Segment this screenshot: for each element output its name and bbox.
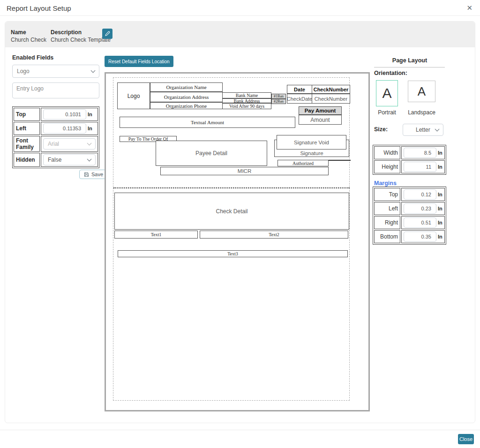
font-family-select[interactable]: Arial [43,138,96,149]
page-layout-divider [374,67,445,67]
field-date-header[interactable]: Date [287,85,312,94]
margin-right-input[interactable] [404,217,436,228]
field-organization-name[interactable]: Organization Name [150,82,223,92]
font-family-label: Font Family [14,136,40,152]
margin-top-input[interactable] [404,189,436,200]
table-row: Top In [374,188,445,201]
margin-bottom-input[interactable] [404,231,436,242]
hidden-label: Hidden [14,153,40,167]
height-unit: In [438,164,442,170]
margin-left-input[interactable] [404,203,436,214]
enabled-field-select[interactable]: Logo [12,65,99,78]
close-button[interactable]: Close [458,434,474,444]
field-checknumber[interactable]: CheckNumber [312,94,350,104]
main-panel: Name Church Check Description Church Che… [5,21,475,423]
margin-right-label: Right [374,216,400,229]
name-group: Name Church Check [11,29,46,43]
table-row: Hidden False [14,153,98,167]
orientation-landscape-option[interactable]: A [408,81,435,102]
check-stub-separator [113,187,350,188]
width-unit: In [438,150,442,156]
footer-divider [0,430,480,430]
field-micr[interactable]: MICR [160,167,329,175]
field-authorized[interactable]: Authorized [278,160,329,166]
field-text1[interactable]: Text1 [114,231,198,239]
width-input[interactable] [404,148,436,158]
field-ban1[interactable]: #1Ban [271,94,286,99]
title-divider [0,15,480,16]
top-input[interactable] [43,109,86,119]
description-label: Description [51,29,111,36]
description-group: Description Church Check Template [51,29,111,43]
size-select[interactable]: Letter [403,124,443,136]
table-row: Top In [14,108,98,121]
top-label: Top [14,108,40,121]
chevron-down-icon [87,157,92,162]
description-value: Church Check Template [51,37,111,43]
margins-title: Margins [374,180,397,187]
field-logo[interactable]: Logo [117,82,150,109]
reset-default-fields-button[interactable]: Reset Default Fields Location [105,56,173,67]
field-organization-address[interactable]: Organization Address [150,92,223,102]
margin-right-unit: In [438,220,442,225]
field-payee-detail[interactable]: Payee Detail [156,141,267,166]
size-select-value: Letter [416,127,430,133]
landscape-label: Landspace [403,109,440,116]
enabled-fields-label: Enabled Fields [12,54,99,61]
enabled-field-select-value: Logo [17,68,30,75]
margin-left-label: Left [374,202,400,215]
edit-name-description-button[interactable] [102,29,112,39]
page-title: Report Layout Setup [7,4,71,12]
field-organization-phone[interactable]: Organization Phone [150,102,223,109]
field-checkdate[interactable]: CheckDate [287,94,312,104]
page-layout-title: Page Layout [375,57,445,64]
field-textual-amount[interactable]: Textual Amount [120,117,295,128]
field-text2[interactable]: Text2 [200,231,348,239]
field-bank-address[interactable]: Bank Address [222,98,271,103]
chevron-down-icon [91,68,96,73]
field-check-detail[interactable]: Check Detail [114,193,349,230]
field-amount[interactable]: Amount [299,115,342,125]
height-input[interactable] [404,162,436,172]
floppy-icon [84,172,89,177]
field-text3[interactable]: Text3 [118,250,348,257]
height-label: Height [374,160,400,173]
font-family-value: Arial [48,141,59,147]
chevron-down-icon [87,141,92,146]
field-pay-amount-header[interactable]: Pay Amount [299,106,342,115]
size-label: Size: [374,126,388,133]
page-margin-outline: Logo Organization Name Organization Addr… [113,77,350,401]
name-label: Name [11,29,46,36]
field-void-after[interactable]: Void After 90 days [222,103,271,109]
field-bank-name[interactable]: Bank Name [222,92,271,98]
orientation-label: Orientation: [374,70,407,76]
orientation-portrait-option[interactable]: A [376,80,398,106]
hidden-select[interactable]: False [43,154,96,165]
report-preview-canvas: Logo Organization Name Organization Addr… [105,72,370,411]
entry-logo-input[interactable]: Entry Logo [12,82,99,98]
name-value: Church Check [11,37,46,43]
field-checknumber-header[interactable]: CheckNumber [312,85,350,94]
save-button-label: Save [91,172,103,177]
margin-top-label: Top [374,188,400,201]
chevron-down-icon [435,127,440,132]
field-signature-void[interactable]: Signature Void [277,135,346,149]
margin-bottom-unit: In [438,234,442,239]
table-row: Height In [374,160,445,173]
margin-bottom-label: Bottom [374,230,400,243]
left-unit: In [88,126,92,131]
close-icon[interactable]: ✕ [466,4,472,12]
table-row: Left In [14,122,98,135]
table-row: Font Family Arial [14,136,98,152]
pencil-icon [105,31,110,37]
page-size-table: Width In Height In [373,145,446,175]
table-row: Bottom In [374,230,445,243]
name-description-header: Name Church Check Description Church Che… [5,22,475,47]
left-input[interactable] [43,123,86,134]
save-button[interactable]: Save [79,170,108,179]
margins-table: Top In Left In Right [373,187,446,245]
margin-top-unit: In [438,192,442,197]
top-unit: In [88,112,92,117]
field-position-table: Top In Left In Font Family [12,106,99,168]
field-ban2[interactable]: #2Ban [271,99,286,104]
